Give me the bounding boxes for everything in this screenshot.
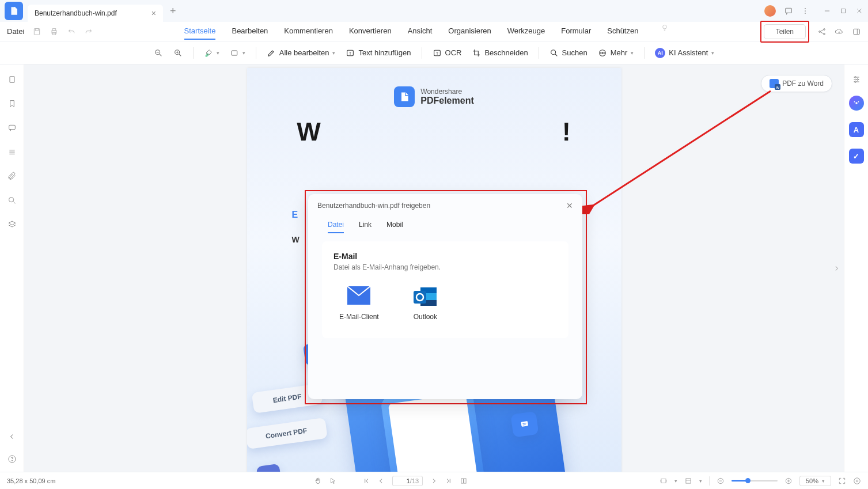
first-page-icon[interactable] [362, 477, 370, 485]
app-logo-icon [5, 2, 23, 20]
menu-organisieren[interactable]: Organisieren [448, 23, 491, 40]
zoom-slider[interactable] [731, 480, 778, 482]
left-sidebar [0, 65, 24, 472]
translate-badge-icon[interactable]: A [849, 122, 864, 137]
zoom-out-icon[interactable] [154, 48, 163, 58]
svg-rect-66 [464, 478, 467, 483]
menu-konvertieren[interactable]: Konvertieren [349, 23, 392, 40]
link-share-icon[interactable] [817, 27, 827, 36]
ai-assistent-tool[interactable]: AI KI Assistent ▾ [655, 48, 714, 58]
modal-tab-link[interactable]: Link [359, 217, 372, 233]
svg-point-34 [600, 52, 601, 53]
zoom-out-status-icon[interactable] [717, 477, 725, 485]
pdf-to-word-button[interactable]: PDF zu Word [761, 75, 832, 92]
tab-close-icon[interactable]: × [151, 9, 156, 18]
page-layout-icon[interactable] [460, 477, 468, 485]
file-menu[interactable]: Datei [7, 27, 24, 36]
kebab-menu-icon[interactable] [801, 7, 809, 15]
main-menu: Startseite Bearbeiten Kommentieren Konve… [93, 23, 760, 40]
redo-icon[interactable] [84, 27, 93, 36]
minimize-icon[interactable] [823, 7, 831, 15]
modal-tab-datei[interactable]: Datei [328, 217, 344, 233]
ai-sidebar-icon[interactable] [849, 96, 864, 111]
menu-formular[interactable]: Formular [561, 23, 591, 40]
help-icon[interactable] [7, 454, 17, 464]
page-input[interactable] [396, 477, 410, 484]
modal-close-icon[interactable]: ✕ [566, 201, 573, 210]
zoom-in-icon[interactable] [173, 48, 183, 58]
maximize-icon[interactable] [839, 7, 847, 15]
pdf-to-word-label: PDF zu Word [782, 79, 824, 88]
svg-rect-68 [686, 478, 691, 483]
crop-tool[interactable]: Beschneiden [472, 48, 528, 58]
scroll-right-icon[interactable] [832, 264, 840, 272]
fullscreen-icon[interactable] [838, 477, 846, 485]
svg-rect-67 [661, 479, 666, 483]
page-indicator[interactable]: /13 [392, 476, 423, 486]
menu-startseite[interactable]: Startseite [184, 23, 216, 40]
shape-tool[interactable]: ▾ [230, 48, 245, 58]
svg-point-45 [12, 460, 12, 461]
layers-icon[interactable] [7, 220, 17, 229]
menu-kommentieren[interactable]: Kommentieren [284, 23, 333, 40]
outlook-option[interactable]: Outlook [414, 286, 437, 321]
user-avatar[interactable] [764, 5, 776, 17]
highlight-tool[interactable]: ▾ [204, 48, 219, 58]
select-tool-icon[interactable] [329, 477, 337, 485]
more-tool[interactable]: Mehr ▾ [598, 48, 634, 58]
save-icon[interactable] [32, 27, 41, 36]
document-tab[interactable]: Benutzerhandbuch-win.pdf × [28, 5, 163, 22]
svg-point-42 [9, 198, 13, 202]
outlook-label: Outlook [414, 313, 437, 321]
menu-bearbeiten[interactable]: Bearbeiten [232, 23, 268, 40]
lightbulb-icon[interactable] [660, 23, 669, 32]
toolbar: ▾ ▾ Alle bearbeiten ▾ T Text hinzufügen … [0, 41, 868, 65]
bookmarks-icon[interactable] [7, 99, 17, 108]
email-client-label: E-Mail-Client [339, 313, 379, 321]
reading-mode-icon[interactable] [853, 477, 861, 485]
collapse-sidebar-icon[interactable] [8, 433, 16, 441]
new-tab-button[interactable]: + [170, 5, 176, 17]
svg-line-23 [179, 54, 181, 56]
edit-all-tool[interactable]: Alle bearbeiten ▾ [267, 48, 336, 58]
settings-sliders-icon[interactable] [852, 75, 861, 84]
view-mode-icon[interactable] [684, 477, 692, 485]
zoom-value[interactable]: 50% ▾ [799, 476, 831, 486]
menu-bar: Datei Startseite Bearbeiten Kommentieren… [0, 22, 868, 41]
check-badge-icon[interactable]: ✓ [849, 149, 864, 164]
teilen-highlight: Teilen [760, 21, 809, 43]
total-pages: /13 [410, 477, 419, 484]
attachments-icon[interactable] [7, 172, 17, 181]
share-button[interactable]: Teilen [764, 24, 806, 39]
last-page-icon[interactable] [445, 477, 453, 485]
svg-point-16 [824, 33, 825, 35]
email-client-option[interactable]: E-Mail-Client [339, 286, 379, 321]
cloud-upload-icon[interactable] [835, 27, 844, 36]
undo-icon[interactable] [67, 27, 76, 36]
fit-width-icon[interactable] [659, 477, 668, 485]
panel-icon[interactable] [852, 27, 861, 36]
prev-page-icon[interactable] [377, 477, 385, 485]
ocr-tool[interactable]: T OCR [433, 48, 462, 58]
right-sidebar: A ✓ [844, 65, 868, 472]
menu-ansicht[interactable]: Ansicht [408, 23, 433, 40]
menu-schuetzen[interactable]: Schützen [607, 23, 638, 40]
menu-werkzeuge[interactable]: Werkzeuge [507, 23, 545, 40]
comments-icon[interactable] [7, 123, 17, 132]
modal-tab-mobil[interactable]: Mobil [386, 217, 403, 233]
close-window-icon[interactable] [855, 7, 863, 15]
list-icon[interactable] [7, 147, 17, 157]
add-text-tool[interactable]: T Text hinzufügen [346, 48, 411, 58]
modal-section-title: E-Mail [333, 252, 557, 261]
find-icon[interactable] [7, 196, 17, 205]
document-canvas[interactable]: Wondershare PDFelement W ! E ! W Edit PD… [24, 65, 844, 472]
print-icon[interactable] [50, 27, 59, 36]
thumbnails-icon[interactable] [7, 75, 17, 84]
svg-text:T: T [436, 51, 438, 55]
search-tool[interactable]: Suchen [549, 48, 587, 58]
svg-rect-38 [9, 125, 15, 129]
next-page-icon[interactable] [430, 477, 438, 485]
comment-icon[interactable] [784, 6, 793, 16]
zoom-in-status-icon[interactable] [784, 477, 793, 485]
hand-tool-icon[interactable] [314, 477, 322, 485]
